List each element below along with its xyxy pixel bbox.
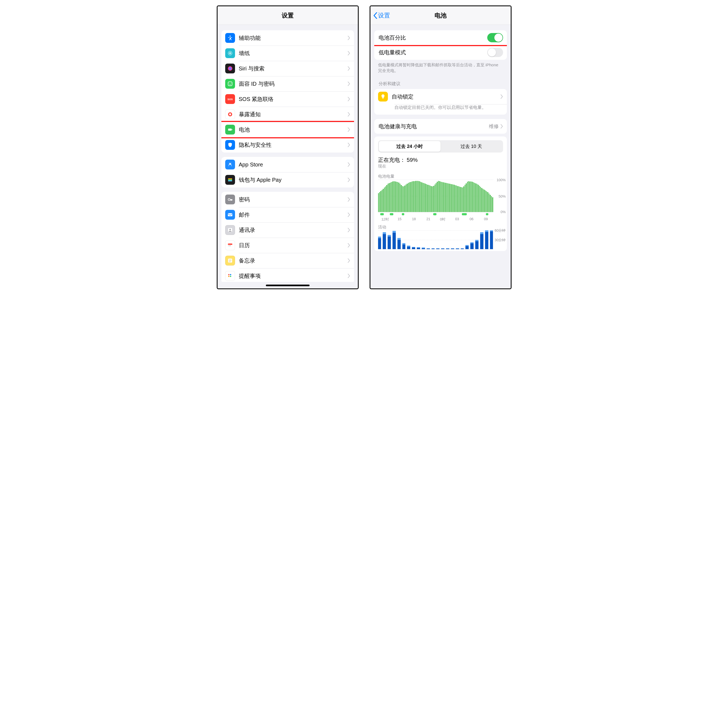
chevron-right-icon — [347, 163, 350, 167]
level-bar — [466, 183, 466, 212]
segment-10d[interactable]: 过去 10 天 — [441, 141, 502, 152]
row-battery[interactable]: 电池 — [221, 122, 354, 137]
level-bar — [465, 185, 465, 212]
row-label: 面容 ID 与密码 — [239, 80, 347, 88]
level-bar — [480, 187, 481, 212]
group-battery-health: 电池健康与充电 维修 — [374, 119, 507, 134]
level-bar — [492, 197, 493, 212]
toggle-low-power-mode[interactable] — [487, 48, 503, 57]
appstore-icon — [225, 160, 235, 170]
toggle-battery-percentage[interactable] — [487, 33, 503, 42]
level-bar — [450, 184, 451, 212]
svg-point-29 — [228, 276, 230, 277]
calendar-icon — [225, 240, 235, 250]
svg-point-30 — [230, 274, 231, 275]
svg-point-6 — [230, 83, 231, 84]
level-bar — [486, 191, 487, 212]
chart-activity: 60分钟 30分钟 — [374, 230, 507, 249]
segmented-control[interactable]: 过去 24 小时 过去 10 天 — [378, 140, 503, 152]
chevron-right-icon — [347, 228, 350, 232]
chevron-right-icon — [347, 66, 350, 71]
activity-bar — [422, 230, 425, 249]
charging-prefix: 正在充电： — [378, 157, 405, 163]
reminders-icon — [225, 271, 235, 281]
settings-list[interactable]: 辅助功能墙纸Siri 与搜索面容 ID 与密码SOSSOS 紧急联络暴露通知电池… — [218, 25, 358, 282]
level-bar — [460, 187, 460, 212]
activity-screen-on — [427, 249, 430, 249]
xaxis: 12时1518210时030609 — [374, 216, 507, 222]
level-bar — [414, 181, 415, 212]
xlabel: 18 — [407, 217, 421, 222]
row-label: 辅助功能 — [239, 34, 347, 42]
level-bar — [396, 182, 397, 212]
ylabel: 30分钟 — [495, 238, 505, 243]
row-passwords[interactable]: 密码 — [221, 192, 354, 207]
back-button[interactable]: 设置 — [373, 6, 390, 25]
ylabel: 0% — [501, 210, 506, 214]
row-appstore[interactable]: App Store — [221, 157, 354, 172]
level-bar — [429, 185, 429, 212]
row-notes[interactable]: 备忘录 — [221, 253, 354, 268]
row-auto-lock[interactable]: 自动锁定 — [374, 89, 507, 104]
level-bar — [412, 182, 413, 212]
battery-content[interactable]: 电池百分比 低电量模式 低电量模式将暂时降低如下载和邮件抓取等后台活动，直至 i… — [371, 25, 511, 288]
level-bar — [454, 185, 454, 212]
activity-screen-on — [475, 241, 478, 249]
activity-bar — [436, 230, 439, 249]
level-bar — [469, 182, 470, 212]
activity-screen-on — [470, 243, 474, 249]
activity-bar — [412, 230, 415, 249]
level-bar — [385, 186, 386, 212]
chevron-right-icon — [347, 274, 350, 278]
chevron-right-icon — [347, 213, 350, 217]
activity-bar — [480, 230, 483, 249]
level-bar — [448, 183, 448, 212]
low-power-note: 低电量模式将暂时降低如下载和邮件抓取等后台活动，直至 iPhone 完全充电。 — [371, 60, 511, 73]
chevron-right-icon — [347, 36, 350, 40]
row-battery-health[interactable]: 电池健康与充电 维修 — [374, 119, 507, 134]
chevron-right-icon — [347, 258, 350, 263]
svg-rect-15 — [228, 180, 232, 182]
row-sos[interactable]: SOSSOS 紧急联络 — [221, 91, 354, 107]
activity-screen-on — [451, 249, 454, 249]
group-header-analysis: 分析和建议 — [371, 78, 511, 88]
activity-bar — [383, 230, 386, 249]
level-bar — [394, 181, 395, 212]
row-battery-percentage[interactable]: 电池百分比 — [374, 30, 507, 45]
chevron-right-icon — [347, 197, 350, 201]
row-low-power-mode[interactable]: 低电量模式 — [374, 45, 507, 60]
bolt-icon: ⚡︎ — [402, 213, 404, 216]
level-bar — [406, 185, 407, 212]
ylabel: 100% — [496, 178, 505, 182]
row-contacts[interactable]: 通讯录 — [221, 222, 354, 238]
level-bar — [395, 182, 396, 212]
row-wallpaper[interactable]: 墙纸 — [221, 46, 354, 61]
segment-24h[interactable]: 过去 24 小时 — [379, 141, 441, 152]
row-siri[interactable]: Siri 与搜索 — [221, 61, 354, 76]
activity-bar — [470, 230, 474, 249]
row-label: 钱包与 Apple Pay — [239, 176, 347, 183]
row-privacy[interactable]: 隐私与安全性 — [221, 137, 354, 152]
activity-screen-off — [398, 238, 401, 240]
row-calendar[interactable]: 日历 — [221, 238, 354, 253]
key-icon — [225, 195, 235, 204]
row-wallet[interactable]: 钱包与 Apple Pay — [221, 172, 354, 188]
level-bar — [390, 182, 391, 212]
row-exposure[interactable]: 暴露通知 — [221, 107, 354, 122]
activity-screen-on — [480, 234, 483, 249]
svg-point-9 — [229, 113, 231, 115]
row-accessibility[interactable]: 辅助功能 — [221, 30, 354, 46]
level-bar — [397, 182, 398, 212]
level-bar — [438, 181, 439, 212]
activity-bar — [402, 230, 406, 249]
svg-rect-11 — [228, 128, 232, 130]
row-faceid[interactable]: 面容 ID 与密码 — [221, 76, 354, 91]
charging-sub: 现在 — [374, 164, 507, 171]
row-mail[interactable]: 邮件 — [221, 207, 354, 222]
svg-rect-13 — [228, 179, 232, 179]
row-reminders[interactable]: 提醒事项 — [221, 268, 354, 282]
activity-screen-on — [432, 249, 435, 249]
home-indicator[interactable] — [266, 285, 309, 286]
nav-title: 设置 — [282, 12, 294, 19]
level-bar — [413, 181, 414, 212]
